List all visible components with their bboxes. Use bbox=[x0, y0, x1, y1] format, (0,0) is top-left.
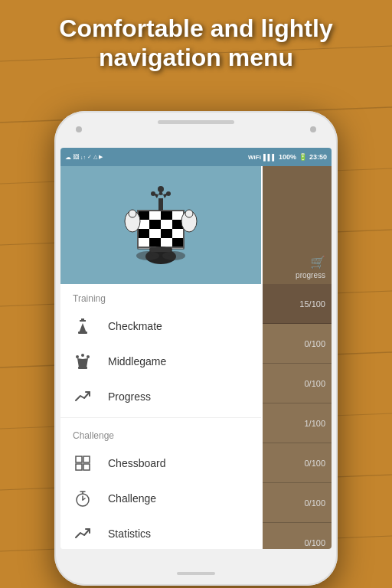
progress-value-2: 0/100 bbox=[304, 379, 325, 388]
chess-logo bbox=[111, 181, 211, 270]
right-panel-item-3[interactable]: 1/100 bbox=[263, 403, 332, 443]
svg-rect-16 bbox=[161, 220, 172, 229]
right-panel-item-2[interactable]: 0/100 bbox=[263, 364, 332, 403]
svg-point-33 bbox=[129, 210, 136, 217]
svg-marker-48 bbox=[77, 358, 88, 368]
svg-point-47 bbox=[87, 355, 90, 358]
headline-line1: Comfortable and lightly bbox=[59, 15, 332, 42]
svg-rect-24 bbox=[161, 238, 172, 247]
nav-header-image bbox=[60, 166, 261, 284]
progress-value-6: 0/100 bbox=[304, 538, 325, 547]
right-panel-item-4[interactable]: 0/100 bbox=[263, 443, 332, 483]
image-icon: 🖼 bbox=[73, 154, 79, 161]
svg-rect-18 bbox=[138, 229, 149, 238]
svg-rect-20 bbox=[161, 229, 172, 238]
wifi-icon: WiFi bbox=[248, 154, 261, 161]
queen-icon bbox=[73, 351, 93, 371]
svg-point-29 bbox=[151, 191, 155, 196]
right-panel-item-1[interactable]: 0/100 bbox=[263, 324, 332, 364]
svg-point-39 bbox=[136, 251, 159, 260]
svg-rect-53 bbox=[83, 464, 90, 470]
battery-icon: 🔋 bbox=[299, 153, 307, 161]
trend-up-icon bbox=[73, 387, 93, 407]
progress-value-5: 0/100 bbox=[304, 498, 325, 508]
check-icon: ✓ bbox=[87, 154, 92, 160]
signal-icon: ↓↑ bbox=[80, 155, 86, 160]
phone-screen: ☁ 🖼 ↓↑ ✓ △ ▶ WiFi ▌▌▌ 100% 🔋 23:50 bbox=[60, 148, 332, 549]
cloud-icon: ☁ bbox=[65, 154, 71, 161]
svg-rect-25 bbox=[172, 238, 184, 247]
svg-rect-50 bbox=[76, 456, 82, 462]
svg-rect-31 bbox=[158, 198, 163, 211]
svg-rect-44 bbox=[78, 332, 87, 334]
training-section-label: Training bbox=[60, 284, 261, 309]
svg-point-35 bbox=[185, 210, 193, 217]
svg-rect-52 bbox=[76, 464, 82, 470]
right-panel-item-5[interactable]: 0/100 bbox=[263, 483, 332, 523]
nav-item-checkmate[interactable]: Checkmate bbox=[60, 309, 261, 344]
svg-rect-15 bbox=[149, 220, 161, 229]
svg-rect-22 bbox=[138, 238, 149, 247]
phone-mockup: ☁ 🖼 ↓↑ ✓ △ ▶ WiFi ▌▌▌ 100% 🔋 23:50 bbox=[54, 111, 338, 586]
right-panel: 🛒 progress 15/100 0/100 0/100 1/100 bbox=[263, 166, 332, 549]
svg-rect-23 bbox=[149, 238, 161, 247]
headline-section: Comfortable and lightly navigation menu bbox=[0, 14, 392, 73]
nav-item-challenge[interactable]: Challenge bbox=[60, 481, 261, 516]
progress-header-label: progress bbox=[296, 271, 325, 279]
progress-label: Progress bbox=[108, 390, 151, 403]
headline-line2: navigation menu bbox=[99, 44, 293, 71]
svg-point-30 bbox=[166, 191, 171, 196]
phone-home-indicator bbox=[177, 572, 215, 575]
statistics-trend-icon bbox=[73, 524, 93, 544]
svg-rect-11 bbox=[149, 211, 161, 220]
svg-rect-12 bbox=[161, 211, 172, 220]
grid-icon bbox=[73, 453, 93, 473]
progress-value-3: 1/100 bbox=[304, 419, 325, 428]
phone-frame: ☁ 🖼 ↓↑ ✓ △ ▶ WiFi ▌▌▌ 100% 🔋 23:50 bbox=[54, 111, 338, 586]
progress-value-4: 0/100 bbox=[304, 459, 325, 468]
timer-icon bbox=[73, 488, 93, 508]
right-panel-header: 🛒 progress bbox=[263, 166, 332, 284]
battery-percent: 100% bbox=[279, 153, 296, 161]
svg-point-40 bbox=[162, 251, 185, 260]
cart-icon-right: 🛒 bbox=[310, 255, 325, 270]
status-bar-icons: ☁ 🖼 ↓↑ ✓ △ ▶ bbox=[65, 154, 248, 161]
screen-content: Training Checkmate bbox=[60, 166, 332, 549]
right-panel-item-0[interactable]: 15/100 bbox=[263, 284, 332, 324]
middlegame-label: Middlegame bbox=[108, 355, 166, 368]
nav-drawer: Training Checkmate bbox=[60, 166, 261, 549]
svg-point-46 bbox=[81, 354, 84, 357]
clock: 23:50 bbox=[309, 153, 327, 161]
challenge-section-label: Challenge bbox=[60, 421, 261, 446]
king-icon bbox=[73, 316, 93, 336]
svg-rect-42 bbox=[80, 320, 86, 322]
alert-icon: △ bbox=[93, 154, 97, 160]
phone-speaker bbox=[158, 120, 234, 124]
svg-rect-38 bbox=[149, 247, 172, 252]
svg-point-28 bbox=[158, 186, 164, 192]
svg-rect-21 bbox=[172, 229, 184, 238]
chessboard-label: Chessboard bbox=[108, 457, 166, 469]
right-panel-item-6[interactable]: 0/100 bbox=[263, 523, 332, 549]
progress-value-1: 0/100 bbox=[304, 339, 325, 348]
status-bar-right: WiFi ▌▌▌ 100% 🔋 23:50 bbox=[248, 153, 327, 161]
nav-divider bbox=[60, 417, 261, 418]
nav-item-middlegame[interactable]: Middlegame bbox=[60, 344, 261, 379]
phone-camera-right bbox=[310, 126, 316, 132]
checkmate-label: Checkmate bbox=[108, 320, 162, 332]
phone-camera-left bbox=[76, 126, 82, 132]
nav-item-chessboard[interactable]: Chessboard bbox=[60, 446, 261, 481]
svg-rect-49 bbox=[78, 367, 87, 369]
svg-point-45 bbox=[76, 355, 79, 358]
nav-item-progress[interactable]: Progress bbox=[60, 379, 261, 414]
play-icon: ▶ bbox=[99, 154, 103, 160]
nav-item-statistics[interactable]: Statistics bbox=[60, 516, 261, 549]
signal-bars-icon: ▌▌▌ bbox=[263, 154, 276, 161]
status-bar: ☁ 🖼 ↓↑ ✓ △ ▶ WiFi ▌▌▌ 100% 🔋 23:50 bbox=[60, 148, 332, 166]
svg-rect-19 bbox=[149, 229, 161, 238]
svg-rect-51 bbox=[83, 456, 90, 462]
statistics-label: Statistics bbox=[108, 528, 151, 540]
challenge-label: Challenge bbox=[108, 492, 156, 505]
progress-value-0: 15/100 bbox=[299, 299, 325, 309]
